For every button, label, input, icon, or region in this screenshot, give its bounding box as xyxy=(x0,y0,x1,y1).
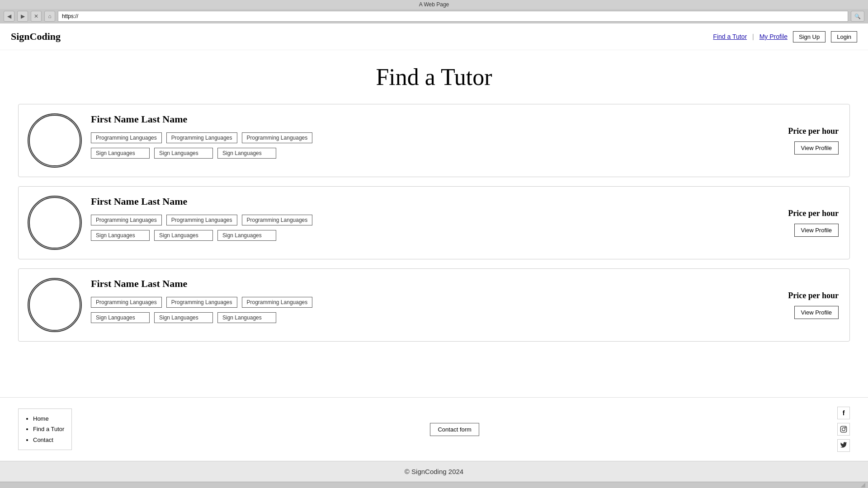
home-button[interactable]: ⌂ xyxy=(44,11,55,22)
tutor-name: First Name Last Name xyxy=(91,278,840,290)
prog-tag-2: Programming Languages xyxy=(166,297,237,308)
nav-divider: | xyxy=(752,33,754,40)
login-button[interactable]: Login xyxy=(831,31,857,42)
footer-nav-home[interactable]: Home xyxy=(33,413,64,424)
prog-tag-3: Programming Languages xyxy=(242,132,313,143)
page-wrapper: SignCoding Find a Tutor | My Profile Sig… xyxy=(0,23,868,482)
avatar xyxy=(28,113,82,168)
twitter-icon[interactable] xyxy=(837,439,850,452)
svg-point-1 xyxy=(29,197,80,248)
programming-tags-row: Programming Languages Programming Langua… xyxy=(91,215,840,225)
resize-handle[interactable] xyxy=(861,483,865,488)
contact-form-button[interactable]: Contact form xyxy=(430,423,479,436)
tutor-card: First Name Last Name Programming Languag… xyxy=(18,104,850,177)
tutor-card: First Name Last Name Programming Languag… xyxy=(18,268,850,342)
avatar xyxy=(28,278,82,332)
svg-rect-3 xyxy=(840,426,846,432)
sign-tags-row: Sign Languages Sign Languages Sign Langu… xyxy=(91,148,840,159)
svg-point-4 xyxy=(842,428,845,431)
tutor-name: First Name Last Name xyxy=(91,113,840,125)
sign-tag-1: Sign Languages xyxy=(91,312,150,323)
sign-tag-2: Sign Languages xyxy=(154,230,213,241)
tutor-price-section: Price per hour View Profile xyxy=(788,127,839,155)
brand-logo[interactable]: SignCoding xyxy=(11,31,61,42)
prog-tag-1: Programming Languages xyxy=(91,215,162,225)
browser-bottom-bar xyxy=(0,482,868,488)
avatar xyxy=(28,196,82,250)
copyright-text: © SignCoding 2024 xyxy=(405,468,463,475)
programming-tags-row: Programming Languages Programming Langua… xyxy=(91,297,840,308)
prog-tag-2: Programming Languages xyxy=(166,215,237,225)
sign-tag-2: Sign Languages xyxy=(154,148,213,159)
view-profile-button[interactable]: View Profile xyxy=(794,224,839,237)
browser-search-button[interactable]: 🔍 xyxy=(851,11,864,22)
svg-point-0 xyxy=(29,115,80,166)
signup-button[interactable]: Sign Up xyxy=(793,31,826,42)
programming-tags-row: Programming Languages Programming Langua… xyxy=(91,132,840,143)
navbar-right: Find a Tutor | My Profile Sign Up Login xyxy=(713,31,857,42)
prog-tag-1: Programming Languages xyxy=(91,297,162,308)
footer-social: f xyxy=(837,407,850,452)
sign-tag-3: Sign Languages xyxy=(217,312,276,323)
sign-tag-3: Sign Languages xyxy=(217,148,276,159)
view-profile-button[interactable]: View Profile xyxy=(794,141,839,155)
forward-button[interactable]: ▶ xyxy=(17,11,28,22)
price-label: Price per hour xyxy=(788,209,839,218)
tutor-info: First Name Last Name Programming Languag… xyxy=(91,113,840,163)
sign-tag-2: Sign Languages xyxy=(154,312,213,323)
browser-title-bar: A Web Page xyxy=(0,0,868,9)
prog-tag-3: Programming Languages xyxy=(242,297,313,308)
find-tutor-link[interactable]: Find a Tutor xyxy=(713,33,747,40)
view-profile-button[interactable]: View Profile xyxy=(794,306,839,319)
sign-tag-1: Sign Languages xyxy=(91,230,150,241)
footer-nav-contact[interactable]: Contact xyxy=(33,435,64,445)
back-button[interactable]: ◀ xyxy=(4,11,14,22)
sign-tag-3: Sign Languages xyxy=(217,230,276,241)
prog-tag-2: Programming Languages xyxy=(166,132,237,143)
prog-tag-1: Programming Languages xyxy=(91,132,162,143)
tutor-price-section: Price per hour View Profile xyxy=(788,209,839,237)
sign-tag-1: Sign Languages xyxy=(91,148,150,159)
main-content: Find a Tutor First Name Last Name Progra… xyxy=(0,50,868,397)
browser-toolbar: ◀ ▶ ✕ ⌂ 🔍 xyxy=(0,9,868,23)
navbar: SignCoding Find a Tutor | My Profile Sig… xyxy=(0,23,868,50)
tutor-info: First Name Last Name Programming Languag… xyxy=(91,196,840,245)
facebook-icon[interactable]: f xyxy=(837,407,850,419)
price-label: Price per hour xyxy=(788,291,839,300)
tutor-price-section: Price per hour View Profile xyxy=(788,291,839,319)
page-title: Find a Tutor xyxy=(18,64,850,90)
tutor-card: First Name Last Name Programming Languag… xyxy=(18,186,850,259)
sign-tags-row: Sign Languages Sign Languages Sign Langu… xyxy=(91,312,840,323)
footer-nav: Home Find a Tutor Contact xyxy=(18,408,72,450)
close-button[interactable]: ✕ xyxy=(31,11,42,22)
footer-copyright: © SignCoding 2024 xyxy=(0,461,868,482)
footer-main: Home Find a Tutor Contact Contact form f xyxy=(0,397,868,461)
footer-nav-list: Home Find a Tutor Contact xyxy=(26,413,64,445)
address-bar[interactable] xyxy=(58,11,848,22)
footer-nav-find-tutor[interactable]: Find a Tutor xyxy=(33,424,64,434)
instagram-icon[interactable] xyxy=(837,423,850,436)
svg-point-5 xyxy=(845,427,845,428)
price-label: Price per hour xyxy=(788,127,839,136)
tutor-info: First Name Last Name Programming Languag… xyxy=(91,278,840,328)
browser-title: A Web Page xyxy=(419,1,449,8)
tutor-name: First Name Last Name xyxy=(91,196,840,207)
svg-point-2 xyxy=(29,280,80,330)
prog-tag-3: Programming Languages xyxy=(242,215,313,225)
sign-tags-row: Sign Languages Sign Languages Sign Langu… xyxy=(91,230,840,241)
my-profile-link[interactable]: My Profile xyxy=(760,33,788,40)
